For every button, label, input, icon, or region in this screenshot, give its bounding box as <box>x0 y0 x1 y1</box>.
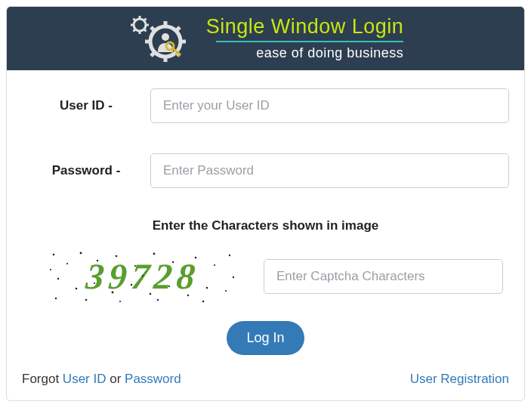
login-button-row: Log In <box>22 321 509 355</box>
svg-point-45 <box>85 299 88 301</box>
login-form: User ID - Password - Enter the Character… <box>7 70 524 400</box>
svg-point-25 <box>80 252 82 255</box>
forgot-password-link[interactable]: Password <box>125 372 181 386</box>
forgot-prefix: Forgot <box>22 372 63 386</box>
svg-point-29 <box>153 253 156 255</box>
user-id-label: User ID - <box>22 98 150 113</box>
svg-point-32 <box>214 264 215 266</box>
forgot-links: Forgot User ID or Password <box>22 372 181 387</box>
user-id-input[interactable] <box>150 88 509 123</box>
svg-line-7 <box>133 29 135 32</box>
svg-point-46 <box>119 301 121 302</box>
or-text: or <box>106 372 125 386</box>
user-registration: User Registration <box>410 372 509 387</box>
captcha-row: 39728 <box>22 247 509 306</box>
captcha-input[interactable] <box>264 259 503 294</box>
captcha-heading: Enter the Characters shown in image <box>22 218 509 233</box>
login-card: Single Window Login ease of doing busine… <box>6 6 525 401</box>
svg-line-8 <box>144 29 146 32</box>
password-input[interactable] <box>150 153 509 188</box>
svg-point-48 <box>202 301 205 303</box>
password-label: Password - <box>22 163 150 178</box>
forgot-user-id-link[interactable]: User ID <box>63 372 107 386</box>
captcha-image: 39728 <box>45 247 241 306</box>
svg-line-16 <box>151 52 155 56</box>
login-header: Single Window Login ease of doing busine… <box>7 7 524 70</box>
svg-point-33 <box>229 255 230 256</box>
gears-person-key-icon <box>128 14 196 63</box>
login-button[interactable]: Log In <box>227 321 304 355</box>
svg-point-24 <box>66 263 68 264</box>
svg-point-23 <box>53 254 55 256</box>
svg-line-15 <box>176 27 180 31</box>
svg-point-42 <box>206 287 208 289</box>
svg-point-50 <box>233 276 234 278</box>
svg-line-14 <box>151 27 155 31</box>
password-row: Password - <box>22 153 509 188</box>
captcha-code: 39728 <box>85 258 201 295</box>
header-subtitle: ease of doing business <box>256 45 403 61</box>
user-registration-link[interactable]: User Registration <box>410 372 509 386</box>
svg-point-34 <box>57 278 59 279</box>
header-underline <box>216 41 403 42</box>
header-text-block: Single Window Login ease of doing busine… <box>206 16 404 62</box>
svg-point-47 <box>157 299 159 301</box>
svg-point-49 <box>50 269 51 270</box>
svg-line-5 <box>133 19 135 21</box>
svg-point-18 <box>162 33 169 41</box>
svg-point-44 <box>55 298 57 299</box>
header-title: Single Window Login <box>206 16 404 39</box>
footer-row: Forgot User ID or Password User Registra… <box>22 369 509 388</box>
svg-point-43 <box>225 290 227 292</box>
svg-point-35 <box>76 288 78 290</box>
user-id-row: User ID - <box>22 88 509 123</box>
svg-line-6 <box>144 19 146 21</box>
